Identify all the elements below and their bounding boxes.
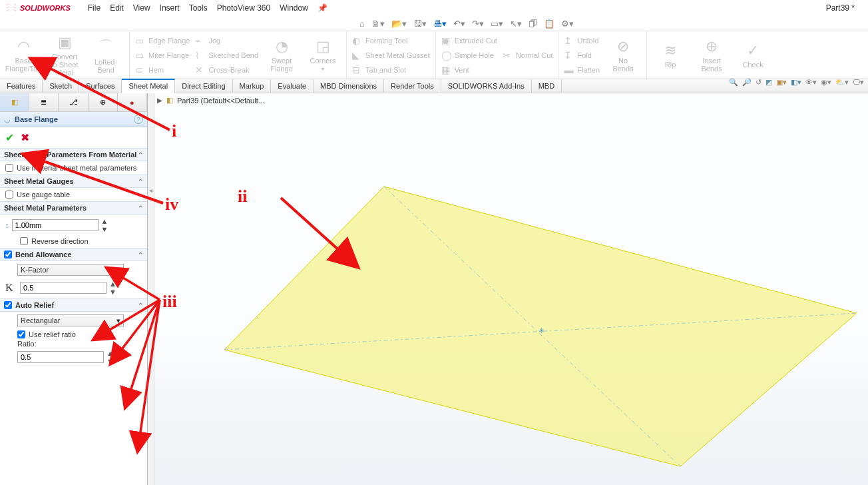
vent-button[interactable]: ▦Vent [441,63,497,77]
bend-allowance-type-combo[interactable]: K-Factor▾ [17,264,124,276]
zoom-area-icon[interactable]: 🔎 [742,78,752,87]
insert-bends-button[interactable]: ⊕Insert Bends [694,38,730,73]
miter-flange-button[interactable]: ▭Miter Flange [135,48,190,63]
k-factor-input[interactable] [20,282,107,294]
no-bends-button[interactable]: ⊘No Bends [605,38,641,73]
menu-bar[interactable]: File Edit View Insert Tools PhotoView 36… [88,3,327,13]
appearance-tab[interactable]: ● [118,93,147,111]
extruded-cut-button[interactable]: ▣Extruded Cut [441,33,497,48]
redo-icon[interactable]: ↷▾ [472,19,484,29]
tab-sketch[interactable]: Sketch [43,79,79,93]
section-gauges[interactable]: Sheet Metal Gauges⌃ [0,175,147,188]
spinner-buttons[interactable]: ▲▼ [107,349,114,365]
feature-tree-tab[interactable]: ◧ [0,93,29,111]
section-auto-relief[interactable]: Auto Relief⌃ [0,298,147,312]
tab-direct-editing[interactable]: Direct Editing [175,79,232,93]
property-tab[interactable]: ≣ [29,93,59,111]
auto-relief-type-combo[interactable]: Rectangular▾ [17,314,124,326]
zoom-fit-icon[interactable]: 🔍 [729,78,738,87]
open-icon[interactable]: 📂▾ [391,19,407,29]
thickness-input[interactable] [12,219,99,231]
rebuild-icon[interactable]: 🗍 [529,19,537,29]
ratio-input[interactable] [17,351,104,363]
scene-icon[interactable]: ⛅▾ [835,78,849,87]
swept-flange-button[interactable]: ◔Swept Flange [264,38,300,73]
menu-photoview[interactable]: PhotoView 360 [217,3,271,13]
corners-button[interactable]: ◲Corners▾ [305,38,341,72]
spinner-buttons[interactable]: ▲▼ [109,280,116,296]
ok-button[interactable]: ✔ [5,131,14,144]
config-tab[interactable]: ⎇ [59,93,88,111]
help-icon[interactable]: ? [134,115,143,124]
pin-icon[interactable]: 📌 [318,3,327,13]
options-icon[interactable]: 📋 [544,19,554,29]
ratio-spinner[interactable]: ▲▼ [17,349,142,365]
base-flange-button[interactable]: ◠Base Flange/Tab [5,38,41,73]
gusset-button[interactable]: ◣Sheet Metal Gusset [352,48,430,63]
forming-tool-button[interactable]: ◐Forming Tool [352,33,430,48]
use-gauge-table-checkbox[interactable]: Use gauge table [5,191,142,199]
view-orientation-icon[interactable]: ◧▾ [791,78,801,87]
print-icon[interactable]: 🖶▾ [433,19,447,29]
tab-sheet-metal[interactable]: Sheet Metal [122,79,175,93]
cursor-icon[interactable]: ↖▾ [510,19,522,29]
hide-show-icon[interactable]: 👁▾ [805,78,817,87]
menu-window[interactable]: Window [280,3,308,13]
settings-icon[interactable]: ⚙▾ [561,19,574,29]
tab-surfaces[interactable]: Surfaces [79,79,122,93]
use-material-params-checkbox[interactable]: Use material sheet metal parameters [5,164,142,172]
edge-flange-button[interactable]: ▭Edge Flange [135,33,190,48]
lofted-bend-button[interactable]: ⌒Lofted-Bend [88,37,124,74]
section-sm-params[interactable]: Sheet Metal Parameters⌃ [0,201,147,215]
use-relief-ratio-checkbox[interactable]: Use relief ratio [17,330,142,338]
flatten-button[interactable]: ▬Flatten [564,63,600,77]
thickness-spinner[interactable]: ↕ ▲▼ [5,217,142,233]
menu-edit[interactable]: Edit [110,3,124,13]
sketched-bend-button[interactable]: ⌇Sketched Bend [195,48,258,63]
save-icon[interactable]: 🖫▾ [413,19,427,29]
simple-hole-button[interactable]: ◯Simple Hole [441,48,497,63]
section-view-icon[interactable]: ◩ [765,78,772,87]
jog-button[interactable]: ⌁Jog [195,33,258,48]
home-icon[interactable]: ⌂ [359,19,365,29]
view-settings-icon[interactable]: 🖵▾ [853,78,864,87]
check-button[interactable]: ✓Check [735,42,771,69]
normal-cut-button[interactable]: ✂Normal Cut [503,48,553,63]
spinner-buttons[interactable]: ▲▼ [101,217,108,233]
menu-tools[interactable]: Tools [189,3,208,13]
tab-features[interactable]: Features [0,79,43,93]
hem-button[interactable]: ⊂Hem [135,63,190,77]
appearance-icon[interactable]: ◉▾ [821,78,831,87]
fold-button[interactable]: ↧Fold [564,48,600,63]
tab-mbd[interactable]: MBD [532,79,562,93]
graphics-area[interactable]: ▶ ◧ Part39 (Default<<Default... ✳ [154,93,868,485]
menu-file[interactable]: File [88,3,101,13]
quick-access-toolbar[interactable]: ⌂ 🗎▾ 📂▾ 🖫▾ 🖶▾ ↶▾ ↷▾ ▭▾ ↖▾ 🗍 📋 ⚙▾ [0,16,868,31]
tab-evaluate[interactable]: Evaluate [271,79,314,93]
undo-icon[interactable]: ↶▾ [453,19,465,29]
display-style-icon[interactable]: ▣▾ [776,78,787,87]
convert-sheet-metal-button[interactable]: ▣Convert to Sheet Metal [47,34,83,77]
tab-render-tools[interactable]: Render Tools [384,79,441,93]
unfold-button[interactable]: ↥Unfold [564,33,600,48]
tab-slot-button[interactable]: ⊟Tab and Slot [352,63,430,77]
tab-mbd-dimensions[interactable]: MBD Dimensions [314,79,384,93]
k-factor-spinner[interactable]: K ▲▼ [5,280,142,296]
section-material[interactable]: Sheet Metal Parameters From Material⌃ [0,148,147,161]
tab-addins[interactable]: SOLIDWORKS Add-Ins [441,79,532,93]
prev-view-icon[interactable]: ↺ [756,78,761,87]
menu-insert[interactable]: Insert [160,3,180,13]
dimxpert-tab[interactable]: ⊕ [89,93,118,111]
rip-button[interactable]: ≋Rip [652,42,688,69]
heads-up-toolbar[interactable]: 🔍 🔎 ↺ ◩ ▣▾ ◧▾ 👁▾ ◉▾ ⛅▾ 🖵▾ [729,78,864,87]
command-manager-tabs[interactable]: Features Sketch Surfaces Sheet Metal Dir… [0,79,868,93]
tab-markup[interactable]: Markup [233,79,272,93]
new-icon[interactable]: 🗎▾ [371,19,385,29]
reverse-direction-checkbox[interactable]: Reverse direction [20,237,142,245]
section-bend-allowance[interactable]: Bend Allowance⌃ [0,248,147,261]
cancel-button[interactable]: ✖ [21,131,29,144]
flyout-handle[interactable]: ◂ [148,93,154,485]
panel-tabs[interactable]: ◧ ≣ ⎇ ⊕ ● [0,93,147,112]
select-icon[interactable]: ▭▾ [491,19,503,29]
cross-break-button[interactable]: ✕Cross-Break [195,63,258,77]
